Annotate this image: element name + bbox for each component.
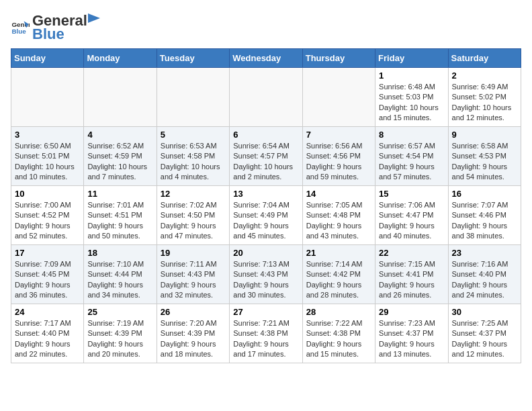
weekday-header: Thursday xyxy=(302,49,375,68)
day-info: Sunrise: 7:06 AMSunset: 4:47 PMDaylight:… xyxy=(379,200,444,242)
day-info: Sunrise: 6:58 AMSunset: 4:53 PMDaylight:… xyxy=(452,141,517,183)
calendar-week-row: 24Sunrise: 7:17 AMSunset: 4:40 PMDayligh… xyxy=(11,304,521,363)
weekday-header: Saturday xyxy=(448,49,521,68)
header-row: SundayMondayTuesdayWednesdayThursdayFrid… xyxy=(11,49,521,68)
calendar-day-cell xyxy=(84,68,157,127)
calendar-week-row: 10Sunrise: 7:00 AMSunset: 4:52 PMDayligh… xyxy=(11,186,521,245)
calendar-day-cell: 7Sunrise: 6:56 AMSunset: 4:56 PMDaylight… xyxy=(302,127,375,186)
day-info: Sunrise: 7:00 AMSunset: 4:52 PMDaylight:… xyxy=(15,200,80,242)
page-header: General Blue General Blue xyxy=(11,11,521,43)
day-number: 17 xyxy=(15,248,80,258)
weekday-header: Tuesday xyxy=(157,49,229,68)
day-info: Sunrise: 7:07 AMSunset: 4:46 PMDaylight:… xyxy=(452,200,517,242)
day-info: Sunrise: 6:52 AMSunset: 4:59 PMDaylight:… xyxy=(87,141,152,183)
day-number: 4 xyxy=(87,130,152,140)
calendar-week-row: 17Sunrise: 7:09 AMSunset: 4:45 PMDayligh… xyxy=(11,245,521,304)
day-number: 26 xyxy=(161,307,226,317)
calendar-day-cell: 22Sunrise: 7:15 AMSunset: 4:41 PMDayligh… xyxy=(375,245,448,304)
weekday-header: Monday xyxy=(84,49,157,68)
calendar-day-cell: 1Sunrise: 6:48 AMSunset: 5:03 PMDaylight… xyxy=(375,68,448,127)
calendar-day-cell: 8Sunrise: 6:57 AMSunset: 4:54 PMDaylight… xyxy=(375,127,448,186)
day-number: 10 xyxy=(15,189,80,199)
logo-icon: General Blue xyxy=(11,17,30,36)
calendar-day-cell: 17Sunrise: 7:09 AMSunset: 4:45 PMDayligh… xyxy=(11,245,84,304)
day-info: Sunrise: 7:04 AMSunset: 4:49 PMDaylight:… xyxy=(233,200,298,242)
calendar-day-cell: 19Sunrise: 7:11 AMSunset: 4:43 PMDayligh… xyxy=(157,245,229,304)
calendar-day-cell: 21Sunrise: 7:14 AMSunset: 4:42 PMDayligh… xyxy=(302,245,375,304)
logo-arrow-icon xyxy=(88,11,101,26)
calendar-week-row: 3Sunrise: 6:50 AMSunset: 5:01 PMDaylight… xyxy=(11,127,521,186)
day-info: Sunrise: 6:54 AMSunset: 4:57 PMDaylight:… xyxy=(233,141,298,183)
weekday-header: Wednesday xyxy=(230,49,302,68)
day-info: Sunrise: 7:22 AMSunset: 4:38 PMDaylight:… xyxy=(306,318,371,360)
day-number: 16 xyxy=(452,189,517,199)
calendar-day-cell: 27Sunrise: 7:21 AMSunset: 4:38 PMDayligh… xyxy=(230,304,302,363)
day-info: Sunrise: 7:20 AMSunset: 4:39 PMDaylight:… xyxy=(161,318,226,360)
day-info: Sunrise: 7:10 AMSunset: 4:44 PMDaylight:… xyxy=(87,259,152,301)
day-info: Sunrise: 6:57 AMSunset: 4:54 PMDaylight:… xyxy=(379,141,444,183)
day-info: Sunrise: 7:21 AMSunset: 4:38 PMDaylight:… xyxy=(233,318,298,360)
day-number: 30 xyxy=(452,307,517,317)
calendar-day-cell: 14Sunrise: 7:05 AMSunset: 4:48 PMDayligh… xyxy=(302,186,375,245)
day-number: 6 xyxy=(233,130,298,140)
day-info: Sunrise: 7:01 AMSunset: 4:51 PMDaylight:… xyxy=(87,200,152,242)
calendar-day-cell: 2Sunrise: 6:49 AMSunset: 5:02 PMDaylight… xyxy=(448,68,521,127)
day-info: Sunrise: 7:11 AMSunset: 4:43 PMDaylight:… xyxy=(161,259,226,301)
calendar-body: 1Sunrise: 6:48 AMSunset: 5:03 PMDaylight… xyxy=(11,68,521,363)
calendar-week-row: 1Sunrise: 6:48 AMSunset: 5:03 PMDaylight… xyxy=(11,68,521,127)
svg-text:Blue: Blue xyxy=(11,28,26,35)
calendar-day-cell: 10Sunrise: 7:00 AMSunset: 4:52 PMDayligh… xyxy=(11,186,84,245)
calendar-day-cell: 4Sunrise: 6:52 AMSunset: 4:59 PMDaylight… xyxy=(84,127,157,186)
calendar-day-cell xyxy=(157,68,229,127)
calendar-day-cell xyxy=(302,68,375,127)
day-number: 15 xyxy=(379,189,444,199)
calendar-day-cell: 3Sunrise: 6:50 AMSunset: 5:01 PMDaylight… xyxy=(11,127,84,186)
calendar-day-cell: 29Sunrise: 7:23 AMSunset: 4:37 PMDayligh… xyxy=(375,304,448,363)
day-number: 5 xyxy=(161,130,226,140)
day-info: Sunrise: 7:16 AMSunset: 4:40 PMDaylight:… xyxy=(452,259,517,301)
day-number: 19 xyxy=(161,248,226,258)
weekday-header: Sunday xyxy=(11,49,84,68)
calendar-day-cell: 24Sunrise: 7:17 AMSunset: 4:40 PMDayligh… xyxy=(11,304,84,363)
day-number: 27 xyxy=(233,307,298,317)
day-info: Sunrise: 7:23 AMSunset: 4:37 PMDaylight:… xyxy=(379,318,444,360)
day-number: 7 xyxy=(306,130,371,140)
calendar-day-cell: 16Sunrise: 7:07 AMSunset: 4:46 PMDayligh… xyxy=(448,186,521,245)
calendar-day-cell: 20Sunrise: 7:13 AMSunset: 4:43 PMDayligh… xyxy=(230,245,302,304)
calendar-day-cell: 11Sunrise: 7:01 AMSunset: 4:51 PMDayligh… xyxy=(84,186,157,245)
svg-marker-3 xyxy=(88,13,100,23)
day-number: 29 xyxy=(379,307,444,317)
calendar-day-cell xyxy=(11,68,84,127)
calendar-day-cell: 13Sunrise: 7:04 AMSunset: 4:49 PMDayligh… xyxy=(230,186,302,245)
calendar-day-cell: 6Sunrise: 6:54 AMSunset: 4:57 PMDaylight… xyxy=(230,127,302,186)
day-number: 1 xyxy=(379,71,444,81)
calendar-day-cell: 5Sunrise: 6:53 AMSunset: 4:58 PMDaylight… xyxy=(157,127,229,186)
calendar-day-cell: 15Sunrise: 7:06 AMSunset: 4:47 PMDayligh… xyxy=(375,186,448,245)
day-info: Sunrise: 6:48 AMSunset: 5:03 PMDaylight:… xyxy=(379,82,444,124)
calendar-day-cell: 18Sunrise: 7:10 AMSunset: 4:44 PMDayligh… xyxy=(84,245,157,304)
day-number: 18 xyxy=(87,248,152,258)
calendar-header: SundayMondayTuesdayWednesdayThursdayFrid… xyxy=(11,49,521,68)
day-info: Sunrise: 7:25 AMSunset: 4:37 PMDaylight:… xyxy=(452,318,517,360)
day-number: 25 xyxy=(87,307,152,317)
day-number: 11 xyxy=(87,189,152,199)
weekday-header: Friday xyxy=(375,49,448,68)
calendar-day-cell: 23Sunrise: 7:16 AMSunset: 4:40 PMDayligh… xyxy=(448,245,521,304)
day-number: 22 xyxy=(379,248,444,258)
day-number: 24 xyxy=(15,307,80,317)
calendar-day-cell: 26Sunrise: 7:20 AMSunset: 4:39 PMDayligh… xyxy=(157,304,229,363)
day-number: 14 xyxy=(306,189,371,199)
day-number: 2 xyxy=(452,71,517,81)
day-info: Sunrise: 6:53 AMSunset: 4:58 PMDaylight:… xyxy=(161,141,226,183)
day-info: Sunrise: 7:13 AMSunset: 4:43 PMDaylight:… xyxy=(233,259,298,301)
logo: General Blue General Blue xyxy=(11,11,102,43)
day-info: Sunrise: 7:14 AMSunset: 4:42 PMDaylight:… xyxy=(306,259,371,301)
day-number: 3 xyxy=(15,130,80,140)
day-number: 28 xyxy=(306,307,371,317)
calendar-day-cell: 9Sunrise: 6:58 AMSunset: 4:53 PMDaylight… xyxy=(448,127,521,186)
day-info: Sunrise: 7:05 AMSunset: 4:48 PMDaylight:… xyxy=(306,200,371,242)
calendar-day-cell: 30Sunrise: 7:25 AMSunset: 4:37 PMDayligh… xyxy=(448,304,521,363)
day-info: Sunrise: 6:49 AMSunset: 5:02 PMDaylight:… xyxy=(452,82,517,124)
day-number: 21 xyxy=(306,248,371,258)
calendar-table: SundayMondayTuesdayWednesdayThursdayFrid… xyxy=(11,48,521,363)
